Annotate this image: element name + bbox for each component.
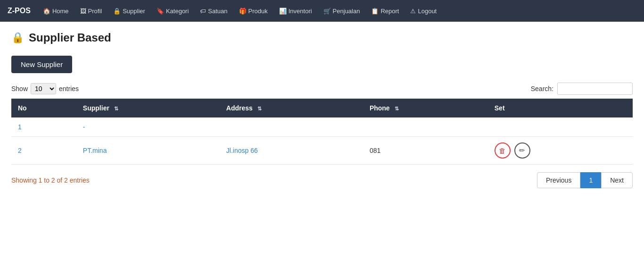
nav-profil[interactable]: 🖼 Profil bbox=[75, 0, 107, 22]
nav-produk[interactable]: 🎁 Produk bbox=[234, 0, 272, 22]
cell-no-2: 2 bbox=[11, 137, 76, 165]
pagination: Previous 1 Next bbox=[537, 172, 633, 188]
edit-button-2[interactable]: ✏ bbox=[514, 142, 530, 159]
cell-supplier-2: PT.mina bbox=[76, 137, 220, 165]
table-row: 1 - bbox=[11, 117, 633, 137]
nav-inventori-label: Inventori bbox=[289, 8, 312, 15]
nav-produk-label: Produk bbox=[248, 8, 268, 15]
report-icon: 📋 bbox=[371, 8, 379, 15]
col-supplier[interactable]: Supplier ⇅ bbox=[76, 99, 220, 117]
search-input[interactable] bbox=[557, 83, 633, 95]
nav-satuan[interactable]: 🏷 Satuan bbox=[195, 0, 232, 22]
page-content: 🔒 Supplier Based New Supplier Show 10 25… bbox=[0, 22, 644, 198]
cell-supplier-1: - bbox=[76, 117, 220, 137]
col-address[interactable]: Address ⇅ bbox=[220, 99, 363, 117]
table-footer: Showing 1 to 2 of 2 entries Previous 1 N… bbox=[11, 172, 633, 188]
logout-icon: ⚠ bbox=[410, 8, 416, 15]
nav-penjualan[interactable]: 🛒 Penjualan bbox=[319, 0, 365, 22]
nav-inventori[interactable]: 📊 Inventori bbox=[274, 0, 317, 22]
supplier-sort-icon: ⇅ bbox=[114, 106, 118, 112]
nav-profil-label: Profil bbox=[88, 8, 102, 15]
previous-button[interactable]: Previous bbox=[537, 172, 580, 188]
nav-penjualan-label: Penjualan bbox=[333, 8, 360, 15]
nav-logout[interactable]: ⚠ Logout bbox=[405, 0, 441, 22]
col-no: No bbox=[11, 99, 76, 117]
cell-no-1: 1 bbox=[11, 117, 76, 137]
search-box: Search: bbox=[531, 83, 633, 95]
delete-button-2[interactable]: 🗑 bbox=[495, 142, 511, 159]
home-icon: 🏠 bbox=[43, 8, 50, 15]
nav-report-label: Report bbox=[380, 8, 399, 15]
nav-kategori[interactable]: 🔖 Kategori bbox=[152, 0, 193, 22]
supplier-icon: 🔒 bbox=[113, 8, 121, 15]
satuan-icon: 🏷 bbox=[200, 8, 206, 15]
entries-select[interactable]: 10 25 50 100 bbox=[31, 83, 56, 94]
col-set: Set bbox=[488, 99, 633, 117]
entries-label: entries bbox=[59, 85, 79, 92]
showing-info: Showing 1 to 2 of 2 entries bbox=[11, 176, 90, 184]
page-title: Supplier Based bbox=[29, 31, 111, 44]
new-supplier-button[interactable]: New Supplier bbox=[11, 56, 72, 73]
brand: Z-POS bbox=[8, 7, 31, 15]
pencil-icon: ✏ bbox=[519, 146, 525, 155]
nav-kategori-label: Kategori bbox=[166, 8, 189, 15]
nav-home-label: Home bbox=[52, 8, 69, 15]
supplier-table: No Supplier ⇅ Address ⇅ Phone ⇅ Set bbox=[11, 99, 633, 165]
penjualan-icon: 🛒 bbox=[323, 8, 331, 15]
page-1-button[interactable]: 1 bbox=[580, 172, 601, 188]
show-entries: Show 10 25 50 100 entries bbox=[11, 83, 79, 94]
next-button[interactable]: Next bbox=[601, 172, 633, 188]
cell-phone-2: 081 bbox=[363, 137, 488, 165]
cell-address-1 bbox=[220, 117, 363, 137]
nav-home[interactable]: 🏠 Home bbox=[38, 0, 74, 22]
show-label: Show bbox=[11, 85, 28, 92]
address-sort-icon: ⇅ bbox=[257, 106, 262, 112]
table-controls: Show 10 25 50 100 entries Search: bbox=[11, 83, 633, 95]
navbar: Z-POS 🏠 Home 🖼 Profil 🔒 Supplier 🔖 Kateg… bbox=[0, 0, 644, 22]
table-body: 1 - 2 PT.mina Jl.inosp 66 081 🗑 bbox=[11, 117, 633, 165]
produk-icon: 🎁 bbox=[239, 8, 247, 15]
cell-phone-1 bbox=[363, 117, 488, 137]
inventori-icon: 📊 bbox=[279, 8, 287, 15]
table-row: 2 PT.mina Jl.inosp 66 081 🗑 ✏ bbox=[11, 137, 633, 165]
action-buttons-2: 🗑 ✏ bbox=[495, 142, 626, 159]
profil-icon: 🖼 bbox=[80, 8, 86, 15]
col-phone[interactable]: Phone ⇅ bbox=[363, 99, 488, 117]
nav-logout-label: Logout bbox=[418, 8, 437, 15]
cell-set-2: 🗑 ✏ bbox=[488, 137, 633, 165]
nav-report[interactable]: 📋 Report bbox=[366, 0, 404, 22]
nav-supplier[interactable]: 🔒 Supplier bbox=[108, 0, 150, 22]
nav-satuan-label: Satuan bbox=[208, 8, 227, 15]
cell-set-1 bbox=[488, 117, 633, 137]
phone-sort-icon: ⇅ bbox=[395, 106, 399, 112]
kategori-icon: 🔖 bbox=[157, 8, 164, 15]
nav-supplier-label: Supplier bbox=[123, 8, 145, 15]
page-title-area: 🔒 Supplier Based bbox=[11, 31, 633, 44]
search-label: Search: bbox=[531, 85, 553, 92]
page-title-icon: 🔒 bbox=[11, 32, 24, 44]
cell-address-2: Jl.inosp 66 bbox=[220, 137, 363, 165]
trash-icon: 🗑 bbox=[499, 147, 506, 155]
table-header: No Supplier ⇅ Address ⇅ Phone ⇅ Set bbox=[11, 99, 633, 117]
